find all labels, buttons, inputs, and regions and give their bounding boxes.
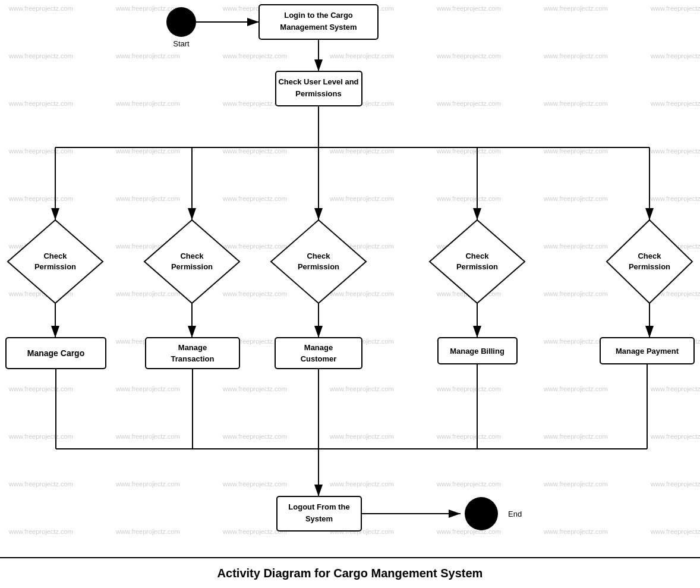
manage-cust-line1: Manage [304, 343, 333, 352]
diagram-container: www.freeprojectz.com www.freeprojectz.co… [0, 0, 700, 588]
svg-text:www.freeprojectz.com: www.freeprojectz.com [115, 528, 180, 535]
svg-text:www.freeprojectz.com: www.freeprojectz.com [222, 147, 287, 155]
start-label: Start [173, 39, 190, 48]
diamond2-line2: Permission [171, 262, 213, 271]
diamond2-line1: Check [180, 251, 204, 260]
svg-text:www.freeprojectz.com: www.freeprojectz.com [543, 52, 608, 59]
svg-text:www.freeprojectz.com: www.freeprojectz.com [650, 147, 700, 155]
diamond3-line2: Permission [298, 262, 339, 271]
logout-line2: System [305, 514, 333, 523]
diagram-title: Activity Diagram for Cargo Mangement Sys… [217, 567, 483, 580]
svg-text:www.freeprojectz.com: www.freeprojectz.com [222, 433, 287, 440]
svg-text:www.freeprojectz.com: www.freeprojectz.com [115, 52, 180, 59]
login-text-line1: Login to the Cargo [284, 11, 353, 20]
svg-text:www.freeprojectz.com: www.freeprojectz.com [543, 433, 608, 440]
svg-text:www.freeprojectz.com: www.freeprojectz.com [115, 290, 180, 297]
svg-text:www.freeprojectz.com: www.freeprojectz.com [8, 433, 73, 440]
svg-text:www.freeprojectz.com: www.freeprojectz.com [115, 433, 180, 440]
svg-text:www.freeprojectz.com: www.freeprojectz.com [436, 100, 501, 107]
svg-text:www.freeprojectz.com: www.freeprojectz.com [329, 195, 394, 202]
svg-text:www.freeprojectz.com: www.freeprojectz.com [650, 528, 700, 535]
svg-text:www.freeprojectz.com: www.freeprojectz.com [8, 195, 73, 202]
check-user-box [276, 71, 362, 106]
svg-text:www.freeprojectz.com: www.freeprojectz.com [222, 290, 287, 297]
svg-text:www.freeprojectz.com: www.freeprojectz.com [115, 5, 180, 12]
svg-text:www.freeprojectz.com: www.freeprojectz.com [222, 243, 287, 250]
svg-text:www.freeprojectz.com: www.freeprojectz.com [543, 528, 608, 535]
svg-text:www.freeprojectz.com: www.freeprojectz.com [650, 195, 700, 202]
svg-text:www.freeprojectz.com: www.freeprojectz.com [650, 433, 700, 440]
svg-text:www.freeprojectz.com: www.freeprojectz.com [329, 290, 394, 297]
svg-text:www.freeprojectz.com: www.freeprojectz.com [115, 385, 180, 392]
svg-text:www.freeprojectz.com: www.freeprojectz.com [8, 385, 73, 392]
svg-text:www.freeprojectz.com: www.freeprojectz.com [8, 147, 73, 155]
svg-text:www.freeprojectz.com: www.freeprojectz.com [436, 385, 501, 392]
svg-text:www.freeprojectz.com: www.freeprojectz.com [543, 100, 608, 107]
svg-text:www.freeprojectz.com: www.freeprojectz.com [8, 52, 73, 59]
manage-billing-text: Manage Billing [450, 347, 504, 356]
svg-text:www.freeprojectz.com: www.freeprojectz.com [8, 480, 73, 488]
svg-text:www.freeprojectz.com: www.freeprojectz.com [329, 147, 394, 155]
manage-trans-line2: Transaction [171, 354, 215, 363]
manage-cust-line2: Customer [301, 354, 337, 363]
login-box [259, 5, 378, 39]
flowchart-svg: www.freeprojectz.com www.freeprojectz.co… [0, 0, 700, 588]
svg-text:www.freeprojectz.com: www.freeprojectz.com [436, 5, 501, 12]
svg-text:www.freeprojectz.com: www.freeprojectz.com [543, 5, 608, 12]
svg-text:www.freeprojectz.com: www.freeprojectz.com [329, 480, 394, 488]
svg-text:www.freeprojectz.com: www.freeprojectz.com [115, 195, 180, 202]
svg-text:www.freeprojectz.com: www.freeprojectz.com [222, 195, 287, 202]
diamond1-line2: Permission [34, 262, 76, 271]
svg-text:www.freeprojectz.com: www.freeprojectz.com [222, 480, 287, 488]
manage-customer-box [275, 338, 362, 369]
svg-text:www.freeprojectz.com: www.freeprojectz.com [436, 195, 501, 202]
svg-text:www.freeprojectz.com: www.freeprojectz.com [543, 243, 608, 250]
svg-text:www.freeprojectz.com: www.freeprojectz.com [436, 147, 501, 155]
svg-text:www.freeprojectz.com: www.freeprojectz.com [436, 528, 501, 535]
svg-text:www.freeprojectz.com: www.freeprojectz.com [436, 433, 501, 440]
end-label: End [508, 510, 522, 518]
diamond3-line1: Check [307, 251, 330, 260]
manage-payment-text: Manage Payment [616, 347, 679, 356]
manage-trans-line1: Manage [178, 343, 207, 352]
svg-text:www.freeprojectz.com: www.freeprojectz.com [8, 528, 73, 535]
svg-text:www.freeprojectz.com: www.freeprojectz.com [436, 480, 501, 488]
svg-text:www.freeprojectz.com: www.freeprojectz.com [543, 290, 608, 297]
svg-text:www.freeprojectz.com: www.freeprojectz.com [436, 52, 501, 59]
svg-text:www.freeprojectz.com: www.freeprojectz.com [650, 100, 700, 107]
svg-text:www.freeprojectz.com: www.freeprojectz.com [329, 385, 394, 392]
svg-text:www.freeprojectz.com: www.freeprojectz.com [543, 385, 608, 392]
svg-text:www.freeprojectz.com: www.freeprojectz.com [650, 5, 700, 12]
svg-text:www.freeprojectz.com: www.freeprojectz.com [650, 480, 700, 488]
svg-text:www.freeprojectz.com: www.freeprojectz.com [8, 100, 73, 107]
diamond1-line1: Check [43, 251, 67, 260]
svg-text:www.freeprojectz.com: www.freeprojectz.com [543, 147, 608, 155]
diamond5-line1: Check [638, 251, 661, 260]
svg-text:www.freeprojectz.com: www.freeprojectz.com [115, 147, 180, 155]
logout-line1: Logout From the [288, 502, 349, 511]
svg-text:www.freeprojectz.com: www.freeprojectz.com [115, 480, 180, 488]
svg-text:www.freeprojectz.com: www.freeprojectz.com [543, 338, 608, 345]
svg-text:www.freeprojectz.com: www.freeprojectz.com [8, 5, 73, 12]
diamond4-line2: Permission [456, 262, 498, 271]
manage-transaction-box [146, 338, 239, 369]
svg-text:www.freeprojectz.com: www.freeprojectz.com [650, 385, 700, 392]
svg-text:www.freeprojectz.com: www.freeprojectz.com [329, 433, 394, 440]
svg-text:www.freeprojectz.com: www.freeprojectz.com [543, 195, 608, 202]
diamond5-line2: Permission [629, 262, 670, 271]
svg-text:www.freeprojectz.com: www.freeprojectz.com [222, 52, 287, 59]
end-circle [465, 497, 498, 530]
manage-cargo-text: Manage Cargo [27, 348, 84, 358]
start-circle [166, 7, 196, 37]
svg-text:www.freeprojectz.com: www.freeprojectz.com [543, 480, 608, 488]
svg-text:www.freeprojectz.com: www.freeprojectz.com [650, 52, 700, 59]
login-text-line2: Management System [280, 23, 357, 32]
logout-box [277, 496, 361, 531]
svg-text:www.freeprojectz.com: www.freeprojectz.com [222, 385, 287, 392]
bottom-bar: Activity Diagram for Cargo Mangement Sys… [0, 557, 700, 588]
check-user-line2: Permissions [295, 89, 341, 98]
diamond4-line1: Check [465, 251, 489, 260]
svg-text:www.freeprojectz.com: www.freeprojectz.com [329, 52, 394, 59]
svg-text:www.freeprojectz.com: www.freeprojectz.com [115, 100, 180, 107]
check-user-line1: Check User Level and [278, 77, 358, 86]
